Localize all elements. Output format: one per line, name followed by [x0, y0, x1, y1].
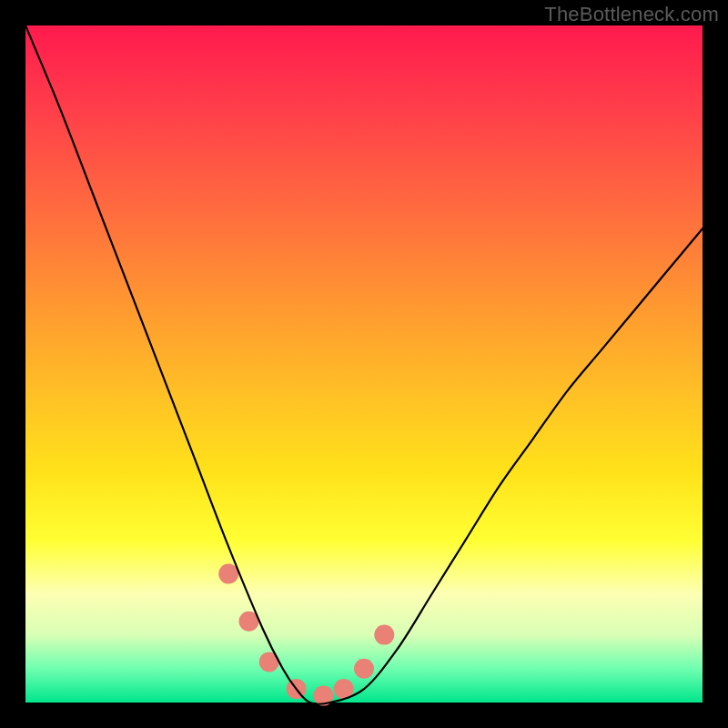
chart-svg — [25, 25, 703, 703]
plot-area — [25, 25, 703, 703]
watermark-text: TheBottleneck.com — [544, 3, 719, 26]
marker-dot — [354, 659, 374, 679]
bottleneck-curve — [25, 25, 703, 704]
outer-frame: TheBottleneck.com — [0, 0, 728, 728]
marker-dot — [374, 625, 394, 645]
